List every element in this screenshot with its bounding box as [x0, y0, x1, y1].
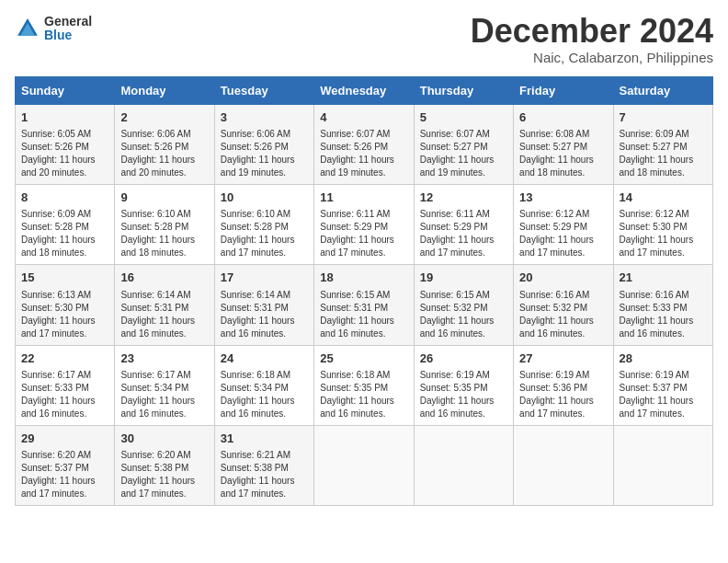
calendar-cell: 13Sunrise: 6:12 AM Sunset: 5:29 PM Dayli…: [514, 185, 613, 265]
calendar-cell: 3Sunrise: 6:06 AM Sunset: 5:26 PM Daylig…: [214, 105, 313, 185]
day-info: Sunrise: 6:06 AM Sunset: 5:26 PM Dayligh…: [221, 128, 308, 179]
day-info: Sunrise: 6:11 AM Sunset: 5:29 PM Dayligh…: [420, 208, 507, 259]
day-of-week-header: Wednesday: [314, 77, 414, 105]
calendar-cell: 22Sunrise: 6:17 AM Sunset: 5:33 PM Dayli…: [16, 345, 115, 425]
calendar-cell: 5Sunrise: 6:07 AM Sunset: 5:27 PM Daylig…: [414, 105, 513, 185]
calendar-cell: 8Sunrise: 6:09 AM Sunset: 5:28 PM Daylig…: [16, 185, 115, 265]
calendar-cell: 19Sunrise: 6:15 AM Sunset: 5:32 PM Dayli…: [414, 265, 513, 345]
day-info: Sunrise: 6:16 AM Sunset: 5:33 PM Dayligh…: [620, 289, 707, 340]
day-number: 4: [320, 109, 407, 126]
day-of-week-header: Sunday: [16, 77, 115, 105]
day-number: 16: [120, 270, 208, 286]
day-number: 20: [519, 270, 607, 286]
day-number: 19: [420, 270, 507, 286]
calendar-cell: 26Sunrise: 6:19 AM Sunset: 5:35 PM Dayli…: [414, 345, 513, 425]
calendar-week-row: 1Sunrise: 6:05 AM Sunset: 5:26 PM Daylig…: [16, 105, 713, 185]
calendar-cell: 18Sunrise: 6:15 AM Sunset: 5:31 PM Dayli…: [314, 265, 414, 345]
day-number: 10: [221, 190, 308, 206]
day-info: Sunrise: 6:13 AM Sunset: 5:30 PM Dayligh…: [21, 289, 108, 340]
day-info: Sunrise: 6:16 AM Sunset: 5:32 PM Dayligh…: [519, 289, 607, 340]
day-number: 26: [420, 350, 507, 367]
day-info: Sunrise: 6:14 AM Sunset: 5:31 PM Dayligh…: [120, 289, 208, 340]
day-of-week-header: Thursday: [414, 77, 513, 105]
day-info: Sunrise: 6:19 AM Sunset: 5:36 PM Dayligh…: [519, 369, 607, 420]
calendar-cell: 4Sunrise: 6:07 AM Sunset: 5:26 PM Daylig…: [314, 105, 414, 185]
day-info: Sunrise: 6:17 AM Sunset: 5:34 PM Dayligh…: [120, 369, 208, 420]
day-info: Sunrise: 6:10 AM Sunset: 5:28 PM Dayligh…: [120, 208, 208, 259]
calendar-cell: 20Sunrise: 6:16 AM Sunset: 5:32 PM Dayli…: [514, 265, 613, 345]
calendar-body: 1Sunrise: 6:05 AM Sunset: 5:26 PM Daylig…: [16, 105, 713, 506]
day-info: Sunrise: 6:06 AM Sunset: 5:26 PM Dayligh…: [120, 128, 208, 179]
calendar-week-row: 22Sunrise: 6:17 AM Sunset: 5:33 PM Dayli…: [16, 345, 713, 425]
calendar-cell: 14Sunrise: 6:12 AM Sunset: 5:30 PM Dayli…: [613, 185, 712, 265]
calendar-cell: 7Sunrise: 6:09 AM Sunset: 5:27 PM Daylig…: [613, 105, 712, 185]
day-number: 6: [519, 109, 607, 126]
calendar-cell: 27Sunrise: 6:19 AM Sunset: 5:36 PM Dayli…: [514, 345, 613, 425]
month-title: December 2024: [471, 15, 713, 48]
day-number: 23: [120, 350, 208, 367]
calendar-cell: [314, 425, 414, 505]
day-number: 31: [221, 431, 308, 447]
calendar-header-row: SundayMondayTuesdayWednesdayThursdayFrid…: [16, 77, 713, 105]
day-number: 29: [21, 431, 108, 447]
day-info: Sunrise: 6:11 AM Sunset: 5:29 PM Dayligh…: [320, 208, 407, 259]
calendar-header: SundayMondayTuesdayWednesdayThursdayFrid…: [16, 77, 713, 105]
day-number: 24: [221, 350, 308, 367]
day-info: Sunrise: 6:12 AM Sunset: 5:30 PM Dayligh…: [620, 208, 707, 259]
calendar-cell: 10Sunrise: 6:10 AM Sunset: 5:28 PM Dayli…: [214, 185, 313, 265]
day-number: 13: [519, 190, 607, 206]
page-header: General Blue December 2024 Naic, Calabar…: [15, 15, 713, 65]
calendar-cell: 11Sunrise: 6:11 AM Sunset: 5:29 PM Dayli…: [314, 185, 414, 265]
day-info: Sunrise: 6:19 AM Sunset: 5:37 PM Dayligh…: [620, 369, 707, 420]
day-number: 9: [120, 190, 208, 206]
calendar-cell: [414, 425, 513, 505]
day-number: 14: [620, 190, 707, 206]
day-info: Sunrise: 6:08 AM Sunset: 5:27 PM Dayligh…: [519, 128, 607, 179]
logo-icon: [15, 16, 40, 41]
day-info: Sunrise: 6:20 AM Sunset: 5:38 PM Dayligh…: [120, 449, 208, 500]
day-number: 17: [221, 270, 308, 286]
calendar-cell: 15Sunrise: 6:13 AM Sunset: 5:30 PM Dayli…: [16, 265, 115, 345]
day-number: 1: [21, 109, 108, 126]
calendar-cell: 16Sunrise: 6:14 AM Sunset: 5:31 PM Dayli…: [115, 265, 214, 345]
logo: General Blue: [15, 15, 92, 43]
day-number: 28: [620, 350, 707, 367]
calendar-cell: 29Sunrise: 6:20 AM Sunset: 5:37 PM Dayli…: [16, 425, 115, 505]
day-number: 2: [120, 109, 208, 126]
day-info: Sunrise: 6:18 AM Sunset: 5:34 PM Dayligh…: [221, 369, 308, 420]
day-info: Sunrise: 6:09 AM Sunset: 5:27 PM Dayligh…: [620, 128, 707, 179]
day-number: 8: [21, 190, 108, 206]
day-info: Sunrise: 6:07 AM Sunset: 5:26 PM Dayligh…: [320, 128, 407, 179]
day-number: 18: [320, 270, 407, 286]
calendar-week-row: 29Sunrise: 6:20 AM Sunset: 5:37 PM Dayli…: [16, 425, 713, 505]
day-number: 21: [620, 270, 707, 286]
day-info: Sunrise: 6:09 AM Sunset: 5:28 PM Dayligh…: [21, 208, 108, 259]
day-number: 30: [120, 431, 208, 447]
title-area: December 2024 Naic, Calabarzon, Philippi…: [471, 15, 713, 65]
calendar-cell: 1Sunrise: 6:05 AM Sunset: 5:26 PM Daylig…: [16, 105, 115, 185]
day-info: Sunrise: 6:10 AM Sunset: 5:28 PM Dayligh…: [221, 208, 308, 259]
day-info: Sunrise: 6:14 AM Sunset: 5:31 PM Dayligh…: [221, 289, 308, 340]
day-number: 22: [21, 350, 108, 367]
day-number: 11: [320, 190, 407, 206]
day-number: 27: [519, 350, 607, 367]
calendar-cell: 21Sunrise: 6:16 AM Sunset: 5:33 PM Dayli…: [613, 265, 712, 345]
day-info: Sunrise: 6:17 AM Sunset: 5:33 PM Dayligh…: [21, 369, 108, 420]
day-number: 15: [21, 270, 108, 286]
day-number: 7: [620, 109, 707, 126]
day-info: Sunrise: 6:15 AM Sunset: 5:32 PM Dayligh…: [420, 289, 507, 340]
location-title: Naic, Calabarzon, Philippines: [471, 50, 713, 65]
day-info: Sunrise: 6:21 AM Sunset: 5:38 PM Dayligh…: [221, 449, 308, 500]
calendar-cell: 30Sunrise: 6:20 AM Sunset: 5:38 PM Dayli…: [115, 425, 214, 505]
calendar-cell: 31Sunrise: 6:21 AM Sunset: 5:38 PM Dayli…: [214, 425, 313, 505]
day-number: 3: [221, 109, 308, 126]
calendar-cell: 9Sunrise: 6:10 AM Sunset: 5:28 PM Daylig…: [115, 185, 214, 265]
calendar-cell: 24Sunrise: 6:18 AM Sunset: 5:34 PM Dayli…: [214, 345, 313, 425]
calendar-cell: 28Sunrise: 6:19 AM Sunset: 5:37 PM Dayli…: [613, 345, 712, 425]
calendar-cell: [514, 425, 613, 505]
day-info: Sunrise: 6:07 AM Sunset: 5:27 PM Dayligh…: [420, 128, 507, 179]
day-info: Sunrise: 6:15 AM Sunset: 5:31 PM Dayligh…: [320, 289, 407, 340]
day-info: Sunrise: 6:19 AM Sunset: 5:35 PM Dayligh…: [420, 369, 507, 420]
calendar-week-row: 8Sunrise: 6:09 AM Sunset: 5:28 PM Daylig…: [16, 185, 713, 265]
day-info: Sunrise: 6:05 AM Sunset: 5:26 PM Dayligh…: [21, 128, 108, 179]
